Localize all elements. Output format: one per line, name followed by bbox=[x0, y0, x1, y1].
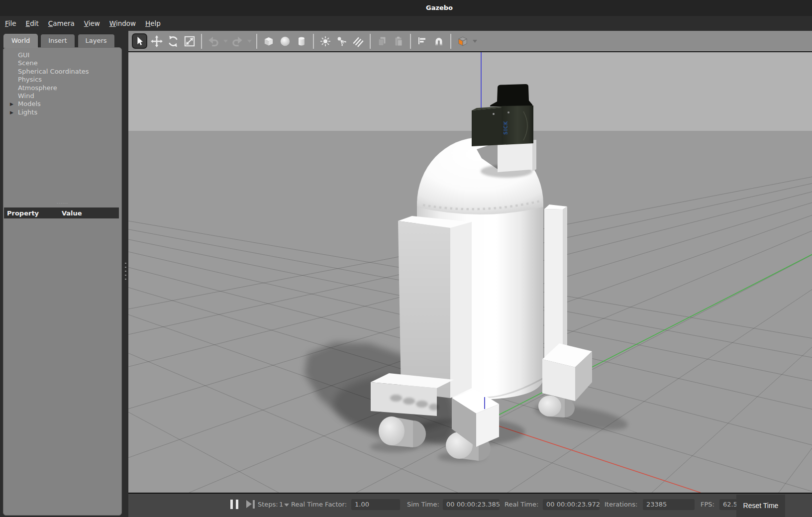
spot-light-icon bbox=[336, 35, 348, 47]
redo-icon bbox=[231, 35, 244, 48]
align-tool-button[interactable] bbox=[415, 34, 429, 48]
insert-sphere-button[interactable] bbox=[278, 34, 292, 48]
insert-box-button[interactable] bbox=[262, 34, 276, 48]
panel-tab[interactable]: World bbox=[3, 34, 38, 48]
reset-time-button[interactable]: Reset Time bbox=[736, 495, 785, 517]
tree-item-label: Scene bbox=[18, 59, 38, 67]
toolbar-separator bbox=[450, 34, 451, 49]
world-panel: GUI Scene Spherical Coordinates Physics bbox=[3, 47, 122, 516]
lidar-side-box bbox=[472, 107, 502, 146]
tree-item-label: Atmosphere bbox=[18, 84, 57, 92]
tree-item-label: Wind bbox=[18, 92, 34, 100]
menu-item[interactable]: Edit bbox=[26, 19, 39, 27]
steps-dropdown-caret[interactable] bbox=[284, 504, 289, 507]
paste-button[interactable] bbox=[392, 34, 406, 48]
render-scene: SICK bbox=[128, 52, 812, 493]
menu-item[interactable]: View bbox=[84, 19, 100, 27]
expand-arrow-icon[interactable]: ▶ bbox=[10, 100, 13, 108]
menu-item[interactable]: Help bbox=[145, 19, 161, 27]
align-icon bbox=[416, 35, 428, 47]
tree-item-label: Lights bbox=[18, 108, 37, 116]
sphere-icon bbox=[279, 35, 292, 48]
toolbar-separator bbox=[313, 34, 314, 49]
viewport-3d[interactable]: SICK bbox=[128, 52, 812, 493]
scene-tree: GUI Scene Spherical Coordinates Physics bbox=[3, 48, 121, 116]
real-time-field[interactable]: 00 00:00:23.972 bbox=[543, 499, 600, 510]
toolbar-separator bbox=[256, 34, 257, 49]
pause-button[interactable] bbox=[230, 500, 238, 509]
main-toolbar bbox=[128, 31, 812, 52]
menu-item[interactable]: Window bbox=[109, 19, 136, 27]
snap-magnet-button[interactable] bbox=[432, 34, 446, 48]
tree-item[interactable]: Wind bbox=[3, 92, 121, 100]
lidar-screw bbox=[493, 113, 495, 115]
translate-icon bbox=[150, 35, 163, 48]
toolbar-separator bbox=[201, 34, 202, 49]
copy-button[interactable] bbox=[375, 34, 389, 48]
scale-tool-button[interactable] bbox=[183, 34, 197, 48]
panel-tab[interactable]: Insert bbox=[40, 34, 75, 48]
translate-tool-button[interactable] bbox=[150, 34, 164, 48]
menu-bar: FileEditCameraViewWindowHelp bbox=[0, 16, 812, 31]
view-angle-cube-icon bbox=[456, 34, 470, 48]
point-light-icon bbox=[319, 35, 331, 47]
expand-arrow-icon[interactable]: ▶ bbox=[10, 108, 13, 116]
undo-history-dropdown[interactable] bbox=[223, 34, 228, 48]
iterations-label: Iterations: bbox=[605, 501, 637, 508]
property-table-header: Property Value bbox=[4, 207, 119, 218]
tree-item-label: GUI bbox=[18, 51, 29, 59]
view-angle-button[interactable] bbox=[456, 34, 470, 48]
copy-icon bbox=[376, 35, 388, 47]
splitter-grip[interactable] bbox=[125, 263, 126, 283]
steps-value[interactable]: 1 bbox=[279, 501, 283, 508]
real-time-label: Real Time: bbox=[505, 501, 538, 508]
tree-item[interactable]: GUI bbox=[3, 51, 121, 59]
rotate-tool-button[interactable] bbox=[166, 34, 180, 48]
undo-button[interactable] bbox=[206, 34, 220, 48]
simulation-statusbar: Steps: 1 Real Time Factor: 1.00 Sim Time… bbox=[128, 493, 812, 517]
rtf-label: Real Time Factor: bbox=[291, 501, 347, 508]
toolbar-separator bbox=[410, 34, 411, 49]
panel-tab[interactable]: Layers bbox=[78, 34, 115, 48]
cylinder-icon bbox=[295, 35, 308, 48]
tree-item[interactable]: Scene bbox=[3, 59, 121, 67]
left-panel-column: WorldInsertLayers GUI Scene Spherical Co… bbox=[0, 31, 123, 517]
menu-item[interactable]: File bbox=[5, 19, 16, 27]
sim-time-field[interactable]: 00 00:00:23.385 bbox=[443, 499, 500, 510]
tree-item[interactable]: ▶ Models bbox=[3, 100, 121, 108]
tree-item-label: Spherical Coordinates bbox=[18, 68, 89, 75]
tree-item[interactable]: Atmosphere bbox=[3, 84, 121, 92]
panel-viewport-splitter[interactable] bbox=[123, 31, 128, 517]
sim-time-label: Sim Time: bbox=[407, 501, 439, 508]
rotate-icon bbox=[167, 35, 180, 48]
tree-item[interactable]: ▶ Lights bbox=[3, 108, 121, 116]
property-column-header: Property bbox=[4, 209, 62, 217]
panel-tabs: WorldInsertLayers bbox=[3, 34, 115, 48]
value-column-header: Value bbox=[62, 209, 82, 217]
sky bbox=[128, 52, 812, 131]
menu-item[interactable]: Camera bbox=[48, 19, 75, 27]
rtf-field[interactable]: 1.00 bbox=[351, 499, 400, 510]
panel-splitter-handle[interactable]: ······ bbox=[3, 201, 121, 207]
point-light-button[interactable] bbox=[318, 34, 332, 48]
window-titlebar: Gazebo bbox=[0, 0, 812, 16]
select-tool-button[interactable] bbox=[132, 33, 147, 49]
tree-item[interactable]: Spherical Coordinates bbox=[3, 68, 121, 76]
tree-item-label: Physics bbox=[18, 76, 42, 83]
redo-button[interactable] bbox=[230, 34, 244, 48]
paste-icon bbox=[393, 35, 405, 47]
tree-item[interactable]: Physics bbox=[3, 76, 121, 84]
directional-light-icon bbox=[352, 35, 365, 48]
iterations-field[interactable]: 23385 bbox=[643, 499, 695, 510]
fps-label: FPS: bbox=[701, 501, 714, 508]
directional-light-button[interactable] bbox=[351, 34, 365, 48]
select-arrow-icon bbox=[134, 36, 145, 47]
view-angle-dropdown[interactable] bbox=[472, 34, 477, 48]
window-title: Gazebo bbox=[426, 0, 453, 16]
redo-history-dropdown[interactable] bbox=[247, 34, 252, 48]
scale-icon bbox=[183, 35, 196, 48]
spot-light-button[interactable] bbox=[335, 34, 349, 48]
insert-cylinder-button[interactable] bbox=[295, 34, 308, 48]
robot-left-pillar bbox=[398, 216, 472, 398]
step-button[interactable] bbox=[246, 500, 255, 509]
